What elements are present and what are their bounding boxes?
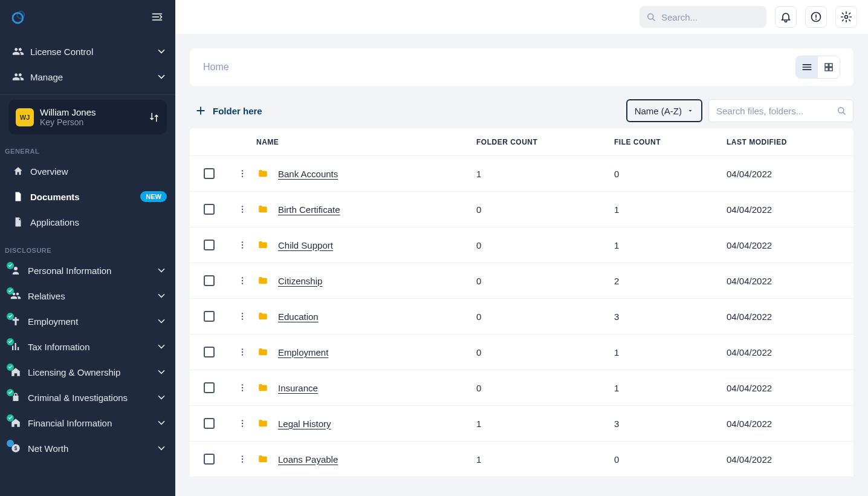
global-search-input[interactable] bbox=[661, 12, 760, 22]
app-logo bbox=[10, 8, 28, 26]
svg-point-18 bbox=[242, 211, 243, 212]
folder-icon bbox=[256, 454, 270, 465]
user-role: Key Person bbox=[40, 117, 143, 127]
nav-applications[interactable]: Applications bbox=[0, 209, 175, 235]
nav-overview[interactable]: Overview bbox=[0, 158, 175, 184]
row-checkbox[interactable] bbox=[204, 168, 215, 179]
file-search-input[interactable] bbox=[716, 106, 831, 116]
svg-point-37 bbox=[242, 455, 243, 457]
sidebar-collapse-button[interactable] bbox=[147, 7, 167, 27]
disclosure-item[interactable]: Relatives bbox=[0, 283, 175, 308]
disclosure-label: Personal Information bbox=[28, 266, 111, 276]
global-search[interactable] bbox=[640, 6, 766, 28]
check-badge-icon bbox=[7, 313, 14, 320]
file-search[interactable] bbox=[708, 99, 853, 122]
nav-manage[interactable]: Manage bbox=[0, 64, 175, 90]
disclosure-icon bbox=[8, 264, 23, 276]
folder-name-link[interactable]: Legal History bbox=[278, 419, 331, 429]
chevron-down-icon bbox=[156, 316, 167, 327]
folder-name-link[interactable]: Birth Certificate bbox=[278, 204, 340, 215]
row-checkbox[interactable] bbox=[204, 311, 215, 322]
nav-overview-label: Overview bbox=[30, 166, 68, 177]
nav-license-control[interactable]: License Control bbox=[0, 39, 175, 64]
folder-name-link[interactable]: Employment bbox=[278, 347, 328, 357]
row-checkbox[interactable] bbox=[204, 454, 215, 465]
row-menu-button[interactable] bbox=[228, 454, 256, 464]
folder-icon bbox=[256, 347, 270, 357]
folder-name-link[interactable]: Loans Payable bbox=[278, 454, 338, 465]
row-menu-button[interactable] bbox=[228, 204, 256, 214]
disclosure-item[interactable]: Personal Information bbox=[0, 258, 175, 283]
row-menu-button[interactable] bbox=[228, 276, 256, 286]
notifications-button[interactable] bbox=[775, 6, 797, 28]
svg-point-29 bbox=[242, 351, 243, 353]
row-menu-button[interactable] bbox=[228, 240, 256, 250]
check-badge-icon bbox=[7, 262, 14, 269]
svg-point-27 bbox=[242, 318, 243, 319]
main: Home Folder here Name (A-Z) bbox=[175, 0, 868, 496]
list-view-button[interactable] bbox=[796, 56, 818, 78]
disclosure-item[interactable]: Tax Information bbox=[0, 334, 175, 359]
disclosure-item[interactable]: Employment bbox=[0, 308, 175, 334]
disclosure-label: Employment bbox=[28, 316, 78, 327]
folder-icon bbox=[256, 204, 270, 215]
disclosure-item[interactable]: Criminal & Investigations bbox=[0, 385, 175, 410]
check-badge-icon bbox=[7, 338, 14, 345]
row-menu-button[interactable] bbox=[228, 419, 256, 428]
folder-count: 0 bbox=[476, 347, 614, 357]
th-name: NAME bbox=[256, 138, 476, 146]
file-count: 0 bbox=[614, 169, 727, 179]
svg-point-31 bbox=[242, 384, 243, 385]
last-modified: 04/04/2022 bbox=[727, 240, 853, 250]
new-folder-button[interactable]: Folder here bbox=[190, 101, 267, 120]
file-count: 3 bbox=[614, 419, 727, 429]
divider bbox=[0, 94, 175, 95]
svg-point-4 bbox=[648, 14, 653, 19]
svg-point-13 bbox=[242, 170, 243, 171]
row-menu-button[interactable] bbox=[228, 347, 256, 357]
row-checkbox[interactable] bbox=[204, 204, 215, 215]
row-checkbox[interactable] bbox=[204, 275, 215, 286]
row-checkbox[interactable] bbox=[204, 382, 215, 393]
file-count: 1 bbox=[614, 240, 727, 250]
last-modified: 04/04/2022 bbox=[727, 276, 853, 286]
folder-name-link[interactable]: Insurance bbox=[278, 383, 318, 393]
chevron-down-icon bbox=[156, 290, 167, 301]
folder-icon bbox=[256, 311, 270, 322]
svg-point-38 bbox=[242, 458, 243, 460]
settings-button[interactable] bbox=[835, 6, 857, 28]
disclosure-item[interactable]: Financial Information bbox=[0, 410, 175, 436]
disclosure-item[interactable]: $ Net Worth bbox=[0, 436, 175, 461]
chevron-down-icon bbox=[156, 367, 167, 377]
folder-icon bbox=[256, 382, 270, 393]
user-card[interactable]: WJ William Jones Key Person bbox=[8, 100, 167, 134]
section-disclosure-label: DISCLOSURE bbox=[0, 235, 175, 258]
help-button[interactable] bbox=[805, 6, 827, 28]
folder-name-link[interactable]: Child Support bbox=[278, 240, 333, 250]
row-checkbox[interactable] bbox=[204, 240, 215, 250]
file-count: 2 bbox=[614, 276, 727, 286]
nav-documents[interactable]: Documents NEW bbox=[0, 184, 175, 209]
disclosure-item[interactable]: Licensing & Ownership bbox=[0, 359, 175, 385]
grid-view-button[interactable] bbox=[818, 56, 840, 78]
row-menu-button[interactable] bbox=[228, 312, 256, 321]
status-dot-icon bbox=[7, 440, 14, 447]
row-menu-button[interactable] bbox=[228, 383, 256, 393]
folder-table: NAME FOLDER COUNT FILE COUNT LAST MODIFI… bbox=[190, 128, 853, 477]
svg-point-24 bbox=[242, 282, 243, 284]
sort-label: Name (A-Z) bbox=[635, 106, 682, 116]
folder-name-link[interactable]: Citizenship bbox=[278, 276, 322, 286]
folder-icon bbox=[256, 418, 270, 429]
file-icon bbox=[12, 217, 24, 227]
svg-point-20 bbox=[242, 244, 243, 246]
folder-name-link[interactable]: Bank Accounts bbox=[278, 169, 338, 179]
row-checkbox[interactable] bbox=[204, 347, 215, 357]
check-badge-icon bbox=[7, 287, 14, 295]
row-menu-button[interactable] bbox=[228, 169, 256, 178]
sort-dropdown[interactable]: Name (A-Z) bbox=[626, 99, 702, 122]
row-checkbox[interactable] bbox=[204, 418, 215, 429]
last-modified: 04/04/2022 bbox=[727, 347, 853, 357]
svg-point-7 bbox=[845, 16, 848, 19]
sidebar-header bbox=[0, 0, 175, 34]
folder-name-link[interactable]: Education bbox=[278, 312, 319, 322]
